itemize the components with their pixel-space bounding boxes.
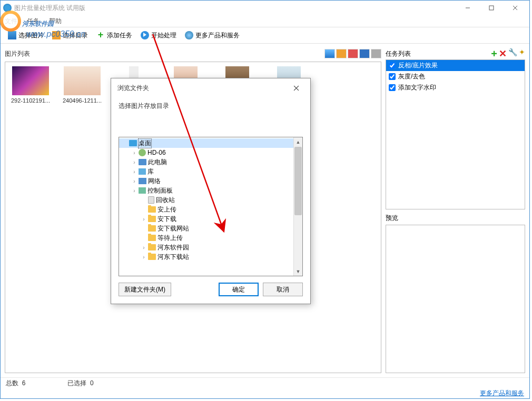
browse-folder-dialog: 浏览文件夹 选择图片存放目录 桌面›HD-06›此电脑›库›网络›控制面板 回收… [111,78,311,304]
vertical-scrollbar[interactable]: ▲ ▼ [293,137,302,276]
preview-pane: 预览 [386,214,525,373]
statusbar: 总数 6 已选择 0 [1,377,529,389]
task-list[interactable]: 反相/底片效果 灰度/去色 添加文字水印 [386,59,525,209]
remove-task-icon[interactable]: ✕ [499,48,507,60]
tree-node[interactable]: ›安下载 [119,214,293,224]
delete-icon[interactable] [359,49,370,58]
expand-icon[interactable]: › [132,150,137,156]
settings-icon[interactable]: 🔧 [508,48,517,60]
expand-icon[interactable]: › [132,178,137,184]
add-folder-icon[interactable] [336,49,347,58]
app-icon [3,4,12,12]
tree-node[interactable]: ›网络 [119,176,293,186]
tree-node-label: 安下载 [157,215,176,224]
expand-icon[interactable] [141,197,146,203]
toolbar: 选择图片 选择目录 +添加任务 开始处理 更多产品和服务 [1,27,529,44]
new-folder-button[interactable]: 新建文件夹(M) [119,283,171,296]
ok-button[interactable]: 确定 [219,283,259,296]
tree-node[interactable]: ›控制面板 [119,186,293,195]
maximize-button[interactable] [479,1,503,15]
menu-task[interactable]: 任务 [27,17,40,26]
right-pane: 任务列表 + ✕ 🔧 ✦ 反相/底片效果 灰度/去色 添加文字水印 预览 [386,48,525,373]
task-item[interactable]: 灰度/去色 [386,71,525,82]
minimize-button[interactable] [456,1,479,15]
menu-file[interactable]: 文件 [5,17,17,26]
tree-node-label: 桌面 [139,139,151,148]
task-item[interactable]: 添加文字水印 [386,82,525,93]
folder-tree[interactable]: 桌面›HD-06›此电脑›库›网络›控制面板 回收站 安上传›安下载 安下载网站… [119,137,293,276]
tree-node[interactable]: 安下载网站 [119,224,293,233]
scroll-up-icon[interactable]: ▲ [294,137,302,146]
tree-node-label: 控制面板 [147,186,173,195]
preview-box [386,225,525,373]
play-icon [141,31,149,39]
tree-node[interactable]: 回收站 [119,195,293,205]
status-total: 总数 6 [6,379,25,388]
start-button[interactable]: 开始处理 [137,28,180,42]
expand-icon[interactable]: › [132,169,137,175]
menubar: 文件 任务 帮助 [1,15,529,27]
window-controls [456,1,527,15]
close-button[interactable] [503,1,527,15]
task-checkbox[interactable] [389,84,396,91]
clear-icon[interactable]: ✦ [519,48,525,60]
tree-node[interactable]: ›库 [119,167,293,176]
tree-node[interactable]: ›河东软件园 [119,243,293,252]
select-images-button[interactable]: 选择图片 [5,28,47,42]
dialog-close-button[interactable] [288,81,304,95]
expand-icon[interactable]: › [141,254,146,260]
expand-icon[interactable]: › [132,188,137,194]
tree-node-label: HD-06 [147,149,166,156]
expand-icon[interactable] [141,226,146,232]
tree-node-label: 河东软件园 [157,243,189,252]
tree-node-label: 安上传 [157,205,176,214]
task-list-title: 任务列表 [386,49,411,58]
select-folder-button[interactable]: 选择目录 [49,28,91,42]
tree-node[interactable]: ›河东下载站 [119,252,293,262]
expand-icon[interactable] [141,207,146,213]
tree-node-label: 河东下载站 [157,253,189,262]
camera-icon[interactable] [348,49,358,58]
more-services-button[interactable]: 更多产品和服务 [182,28,243,42]
scroll-down-icon[interactable]: ▼ [294,267,302,276]
task-list-pane: 任务列表 + ✕ 🔧 ✦ 反相/底片效果 灰度/去色 添加文字水印 [386,48,525,209]
folder-tree-container: 桌面›HD-06›此电脑›库›网络›控制面板 回收站 安上传›安下载 安下载网站… [119,137,303,276]
footer: 更多产品和服务 [1,389,529,398]
tree-node[interactable]: 桌面 [119,138,293,148]
preview-icon[interactable] [371,49,381,58]
thumbnail[interactable]: 292-1102191... [9,66,52,104]
tree-node[interactable]: ›HD-06 [119,148,293,157]
plus-icon: + [96,31,105,39]
image-icon [8,31,16,39]
tree-node-label: 库 [147,167,154,176]
tree-node[interactable]: 安上传 [119,205,293,214]
status-selected: 已选择 0 [67,379,93,388]
cancel-button[interactable]: 取消 [263,283,303,296]
add-task-button[interactable]: +添加任务 [93,28,135,42]
image-list-toolbar [324,49,381,58]
svg-rect-1 [489,6,494,10]
tree-node[interactable]: ›此电脑 [119,157,293,167]
tree-node-label: 安下载网站 [157,224,189,233]
expand-icon[interactable]: › [141,245,146,250]
expand-icon[interactable]: › [141,216,146,222]
expand-icon[interactable] [141,235,146,241]
tree-node-label: 等待上传 [157,234,183,243]
task-checkbox[interactable] [389,73,396,80]
expand-icon[interactable] [122,141,127,146]
footer-link[interactable]: 更多产品和服务 [480,389,524,397]
add-image-icon[interactable] [324,49,335,58]
globe-icon [185,31,193,39]
task-checkbox[interactable] [389,62,396,69]
tree-node-label: 回收站 [156,196,175,205]
scroll-thumb[interactable] [294,147,302,215]
expand-icon[interactable]: › [132,159,137,165]
tree-node-label: 网络 [148,177,161,186]
task-item[interactable]: 反相/底片效果 [386,60,525,71]
thumbnail[interactable]: 240496-1211... [61,66,103,104]
tree-node[interactable]: 等待上传 [119,233,293,243]
menu-help[interactable]: 帮助 [49,17,62,26]
add-task-icon[interactable]: + [491,48,497,60]
titlebar: 图片批量处理系统 试用版 [1,1,529,15]
dialog-title: 浏览文件夹 [117,84,149,93]
